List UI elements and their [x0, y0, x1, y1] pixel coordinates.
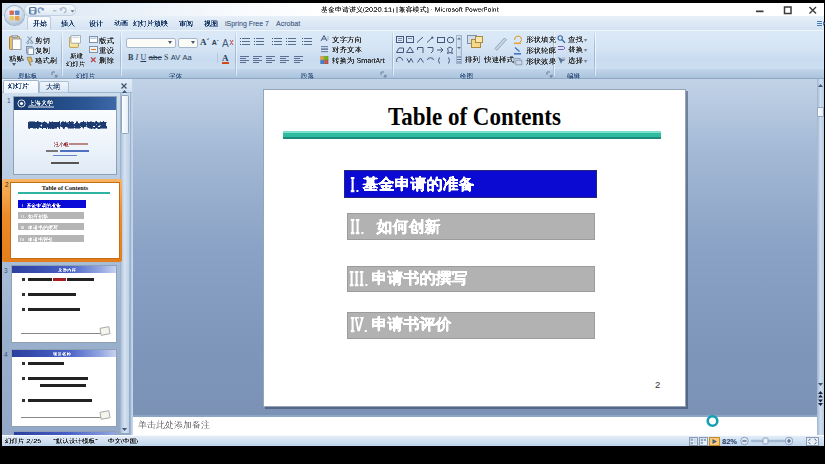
svg-text:A: A: [222, 38, 229, 48]
